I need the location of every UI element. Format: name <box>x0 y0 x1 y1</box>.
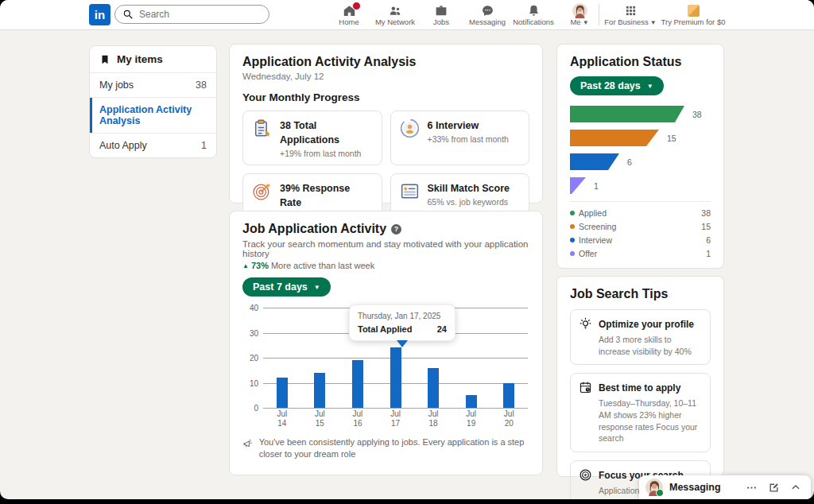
compose-icon[interactable] <box>768 482 780 494</box>
network-icon <box>387 4 403 17</box>
jobs-icon <box>434 4 448 17</box>
more-options-icon[interactable] <box>746 482 758 494</box>
tooltip-date: Thursday, Jan 17, 2025 <box>358 312 447 320</box>
x-axis-tick: Jul15 <box>301 409 339 428</box>
top-navigation-bar: in HomeMy NetworkJobsMessagingNotificati… <box>0 0 814 30</box>
nav-divider <box>599 4 599 25</box>
x-axis-tick: Jul19 <box>452 409 490 428</box>
bar-jul-17[interactable] <box>390 347 401 408</box>
legend-label: Applied <box>579 208 607 218</box>
nav-item-label: Home <box>339 18 359 26</box>
sidebar-item-auto-apply[interactable]: Auto Apply1 <box>90 134 216 157</box>
trend-text: More active than last week <box>271 261 374 270</box>
trend-value: 73% <box>251 261 269 270</box>
nav-messaging[interactable]: Messaging <box>464 0 510 29</box>
legend-label: Interview <box>579 235 612 245</box>
premium-icon <box>688 4 700 17</box>
tooltip-value: 24 <box>437 324 447 334</box>
funnel-value: 15 <box>667 134 676 143</box>
tip-description: Add 3 more skills to increase visibility… <box>599 334 702 357</box>
nav-item-label: Notifications <box>513 18 554 26</box>
funnel-stage-screening[interactable]: 15 <box>570 130 711 146</box>
x-axis-tick: Jul18 <box>414 409 452 428</box>
bar-jul-14[interactable] <box>277 378 288 408</box>
nav-items: HomeMy NetworkJobsMessagingNotifications… <box>326 0 603 29</box>
person-icon <box>399 118 421 139</box>
legend-label: Screening <box>579 222 616 231</box>
y-axis-tick: 30 <box>242 328 258 337</box>
x-axis-tick: Jul16 <box>339 409 377 428</box>
linkedin-logo[interactable]: in <box>89 4 110 25</box>
bar-jul-18[interactable] <box>428 368 439 408</box>
nav-jobs[interactable]: Jobs <box>418 0 464 29</box>
calendar-icon <box>579 381 592 394</box>
chevron-down-icon: ▼ <box>650 19 657 26</box>
messaging-label: Messaging <box>669 482 721 493</box>
grid-icon <box>625 4 637 17</box>
help-icon[interactable]: ? <box>391 224 401 235</box>
nav-me[interactable]: Me▼ <box>556 0 603 29</box>
job-search-tips-card: Job Search Tips Optimize your profileAdd… <box>556 276 724 477</box>
online-status-dot <box>656 489 664 497</box>
nav-for-business[interactable]: For Business▼ <box>603 0 658 29</box>
my-items-title: My items <box>117 53 163 65</box>
lightbulb-icon <box>579 317 592 331</box>
nav-try-premium[interactable]: Try Premium for $0 <box>657 0 730 29</box>
funnel-value: 1 <box>594 181 599 191</box>
bar-jul-15[interactable] <box>314 373 325 408</box>
stat-title: 6 Interview <box>428 120 479 131</box>
sidebar-item-application-activity-analysis[interactable]: Application Activity Analysis <box>90 98 216 134</box>
nav-item-label: Messaging <box>469 18 506 26</box>
stat-tile-clipboard[interactable]: 38 Total Applications+19% from last mont… <box>242 110 382 165</box>
stat-tile-person[interactable]: 6 Interview+33% from last month <box>390 110 530 165</box>
status-funnel-chart: 381561 <box>570 106 711 194</box>
funnel-value: 38 <box>692 110 702 119</box>
application-activity-analysis-card: Application Activity Analysis Wednesday,… <box>229 44 543 204</box>
sidebar-item-label: My jobs <box>99 79 134 91</box>
my-items-card: My items My jobs38Application Activity A… <box>89 45 217 158</box>
sidebar-item-count: 38 <box>196 79 207 91</box>
tip-optimize-your-profile[interactable]: Optimize your profileAdd 3 more skills t… <box>570 309 711 365</box>
stat-subtitle: +19% from last month <box>280 149 374 158</box>
funnel-stage-offer[interactable]: 1 <box>570 177 711 194</box>
search-input[interactable] <box>114 5 269 24</box>
legend-value: 6 <box>706 235 711 245</box>
for-business-label: For Business <box>604 17 648 26</box>
stat-title: 38 Total Applications <box>280 120 339 145</box>
nav-my-network[interactable]: My Network <box>372 0 418 29</box>
funnel-stage-applied[interactable]: 38 <box>570 106 711 122</box>
legend-dot-icon <box>570 238 575 242</box>
stat-subtitle: 65% vs. job keywords <box>428 197 510 207</box>
bar-jul-19[interactable] <box>466 395 477 408</box>
nav-home[interactable]: Home <box>326 0 372 29</box>
nav-notifications[interactable]: Notifications <box>510 0 556 29</box>
bar-jul-16[interactable] <box>352 360 363 408</box>
tip-title: Best time to apply <box>599 382 680 394</box>
nav-item-label: My Network <box>375 18 415 26</box>
past-28-days-filter[interactable]: Past 28 days ▼ <box>570 76 664 95</box>
filter-label: Past 7 days <box>253 281 308 293</box>
messaging-icon <box>480 4 495 17</box>
y-axis-tick: 0 <box>242 404 258 413</box>
legend-dot-icon <box>570 211 575 215</box>
sidebar-item-count: 1 <box>201 140 207 151</box>
tip-best-time-to-apply[interactable]: Best time to applyTuesday–Thursday, 10–1… <box>570 373 711 452</box>
status-title: Application Status <box>570 55 711 69</box>
focus-icon <box>579 468 592 482</box>
messaging-panel[interactable]: Messaging <box>639 475 811 499</box>
funnel-bar <box>570 153 619 170</box>
sidebar-item-my-jobs[interactable]: My jobs38 <box>90 73 216 98</box>
stat-title: Skill Match Score <box>428 183 510 194</box>
funnel-stage-interview[interactable]: 6 <box>570 153 711 170</box>
motivation-note: You've been consistently applying to job… <box>259 436 529 460</box>
legend-row-interview: Interview6 <box>570 235 711 245</box>
legend-value: 1 <box>706 249 711 258</box>
chart-tooltip: Thursday, Jan 17, 2025 Total Applied 24 <box>349 304 455 341</box>
past-7-days-filter[interactable]: Past 7 days ▼ <box>242 277 331 297</box>
applications-bar-chart: Thursday, Jan 17, 2025 Total Applied 24 … <box>242 303 529 428</box>
my-items-header: My items <box>90 46 216 73</box>
tooltip-pointer-icon <box>397 340 408 347</box>
bar-jul-20[interactable] <box>503 383 514 409</box>
chevron-up-icon[interactable] <box>790 482 801 493</box>
gridline <box>263 408 528 409</box>
